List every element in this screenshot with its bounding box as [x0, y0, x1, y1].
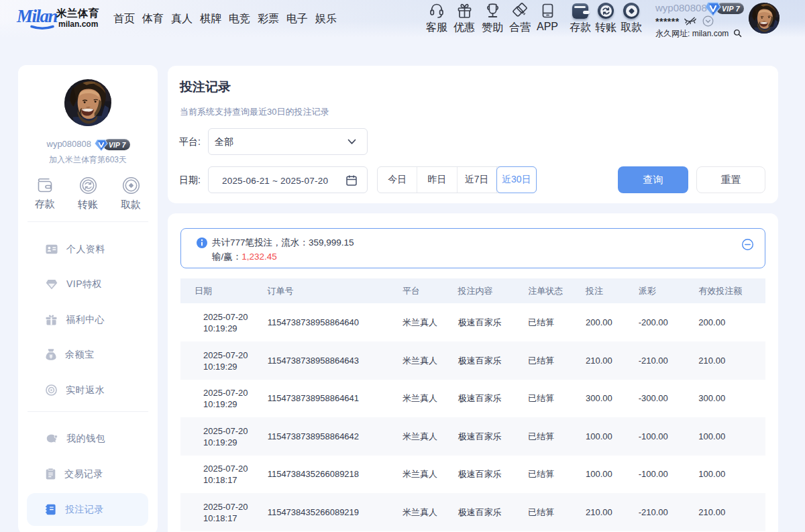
svg-text:Milan: Milan	[16, 6, 58, 26]
